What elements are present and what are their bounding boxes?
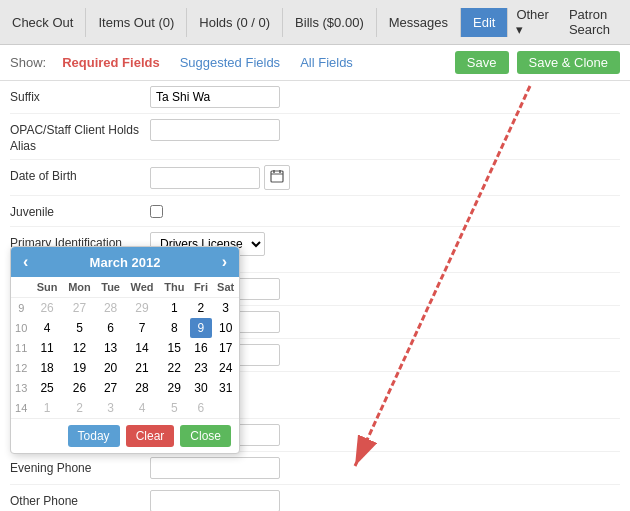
calendar-day[interactable]: 27 [96, 378, 125, 398]
calendar-day[interactable]: 3 [96, 398, 125, 418]
messages-tab[interactable]: Messages [377, 8, 461, 37]
week-number: 11 [11, 338, 31, 358]
edit-tab[interactable]: Edit [461, 8, 508, 37]
calendar-day[interactable]: 27 [63, 298, 97, 319]
calendar-today-button[interactable]: Today [68, 425, 120, 447]
calendar-day[interactable]: 21 [125, 358, 159, 378]
calendar-day[interactable]: 19 [63, 358, 97, 378]
calendar-day[interactable]: 28 [96, 298, 125, 319]
form-area: Suffix OPAC/Staff Client Holds Alias Dat… [0, 81, 630, 511]
calendar-day[interactable]: 22 [159, 358, 189, 378]
holds-tab[interactable]: Holds (0 / 0) [187, 8, 283, 37]
calendar-close-button[interactable]: Close [180, 425, 231, 447]
opac-alias-input[interactable] [150, 119, 280, 141]
required-fields-filter[interactable]: Required Fields [54, 53, 168, 72]
calendar-day[interactable]: 4 [31, 318, 62, 338]
evening-phone-row: Evening Phone [10, 452, 620, 485]
calendar-day[interactable]: 13 [96, 338, 125, 358]
main-content: Suffix OPAC/Staff Client Holds Alias Dat… [0, 81, 630, 511]
juvenile-field [150, 201, 620, 221]
calendar-day[interactable]: 29 [159, 378, 189, 398]
calendar-day[interactable]: 2 [63, 398, 97, 418]
calendar-day[interactable]: 6 [96, 318, 125, 338]
suggested-fields-filter[interactable]: Suggested Fields [172, 53, 288, 72]
calendar-footer: Today Clear Close [11, 418, 239, 453]
calendar-day[interactable]: 30 [190, 378, 213, 398]
calendar-prev-button[interactable]: ‹ [19, 253, 32, 271]
calendar-day[interactable]: 5 [159, 398, 189, 418]
calendar-day[interactable]: 3 [212, 298, 239, 319]
calendar-day[interactable]: 26 [31, 298, 62, 319]
all-fields-filter[interactable]: All Fields [292, 53, 361, 72]
week-number: 12 [11, 358, 31, 378]
calendar-month-label: March 2012 [90, 255, 161, 270]
show-bar: Show: Required Fields Suggested Fields A… [0, 45, 630, 81]
calendar-day[interactable]: 20 [96, 358, 125, 378]
calendar-header: ‹ March 2012 › [11, 247, 239, 277]
calendar-popup: ‹ March 2012 › Sun Mon Tue Wed Thu Fri [10, 246, 240, 454]
other-phone-label: Other Phone [10, 490, 150, 510]
calendar-day[interactable]: 14 [125, 338, 159, 358]
calendar-day[interactable]: 24 [212, 358, 239, 378]
calendar-day[interactable]: 25 [31, 378, 62, 398]
bills-tab[interactable]: Bills ($0.00) [283, 8, 377, 37]
dob-field [150, 165, 620, 190]
other-phone-input[interactable] [150, 490, 280, 511]
other-tab[interactable]: Other ▾ [508, 0, 557, 44]
juvenile-label: Juvenile [10, 201, 150, 221]
evening-phone-field [150, 457, 620, 479]
calendar-day[interactable]: 26 [63, 378, 97, 398]
calendar-day[interactable]: 18 [31, 358, 62, 378]
calendar-day[interactable] [212, 398, 239, 418]
opac-alias-field [150, 119, 620, 141]
calendar-day[interactable]: 2 [190, 298, 213, 319]
week-number: 13 [11, 378, 31, 398]
secondary-id-row-container: Secondary Identification ‹ March 2012 › [10, 306, 620, 339]
wed-header: Wed [125, 277, 159, 298]
thu-header: Thu [159, 277, 189, 298]
suffix-input[interactable] [150, 86, 280, 108]
calendar-day[interactable]: 31 [212, 378, 239, 398]
week-number: 10 [11, 318, 31, 338]
mon-header: Mon [63, 277, 97, 298]
calendar-day[interactable]: 6 [190, 398, 213, 418]
juvenile-checkbox[interactable] [150, 205, 163, 218]
calendar-clear-button[interactable]: Clear [126, 425, 175, 447]
dob-calendar-icon[interactable] [264, 165, 290, 190]
calendar-day[interactable]: 1 [31, 398, 62, 418]
calendar-day[interactable]: 15 [159, 338, 189, 358]
fri-header: Fri [190, 277, 213, 298]
calendar-day[interactable]: 9 [190, 318, 213, 338]
items-out-tab[interactable]: Items Out (0) [86, 8, 187, 37]
calendar-day[interactable]: 16 [190, 338, 213, 358]
week-number: 14 [11, 398, 31, 418]
week-number: 9 [11, 298, 31, 319]
calendar-grid: Sun Mon Tue Wed Thu Fri Sat 926272829123… [11, 277, 239, 418]
calendar-day[interactable]: 12 [63, 338, 97, 358]
calendar-day[interactable]: 11 [31, 338, 62, 358]
calendar-day[interactable]: 10 [212, 318, 239, 338]
dob-input[interactable] [150, 167, 260, 189]
checkout-tab[interactable]: Check Out [0, 8, 86, 37]
save-button[interactable]: Save [455, 51, 509, 74]
calendar-day[interactable]: 5 [63, 318, 97, 338]
calendar-day[interactable]: 28 [125, 378, 159, 398]
calendar-next-button[interactable]: › [218, 253, 231, 271]
patron-search-link[interactable]: Patron Search [557, 0, 630, 44]
suffix-label: Suffix [10, 86, 150, 106]
suffix-row: Suffix [10, 81, 620, 114]
week-header [11, 277, 31, 298]
evening-phone-label: Evening Phone [10, 457, 150, 477]
sat-header: Sat [212, 277, 239, 298]
calendar-day[interactable]: 8 [159, 318, 189, 338]
calendar-day[interactable]: 29 [125, 298, 159, 319]
calendar-day[interactable]: 7 [125, 318, 159, 338]
calendar-day[interactable]: 17 [212, 338, 239, 358]
save-clone-button[interactable]: Save & Clone [517, 51, 621, 74]
other-phone-row: Other Phone [10, 485, 620, 511]
calendar-day[interactable]: 23 [190, 358, 213, 378]
dob-label: Date of Birth [10, 165, 150, 185]
calendar-day[interactable]: 4 [125, 398, 159, 418]
calendar-day[interactable]: 1 [159, 298, 189, 319]
evening-phone-input[interactable] [150, 457, 280, 479]
